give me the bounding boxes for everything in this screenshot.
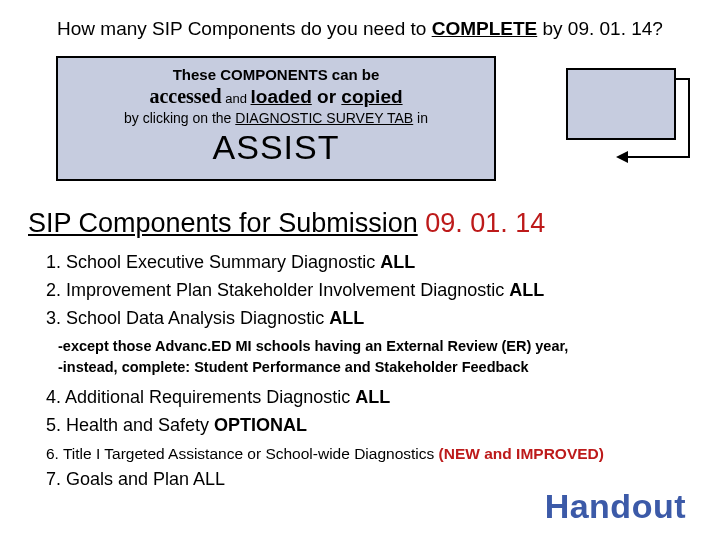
item-text: 6. Title I Targeted Assistance or School… (46, 445, 439, 462)
item-new-tag: (NEW and IMPROVED) (439, 445, 604, 462)
component-list: 4. Additional Requirements Diagnostic AL… (28, 384, 692, 439)
callout-or: or (312, 86, 342, 107)
callout-box: These COMPONENTS can be accessed and loa… (56, 56, 496, 181)
title-suffix: by 09. 01. 14? (537, 18, 663, 39)
item-text: 3. School Data Analysis Diagnostic (46, 308, 329, 328)
component-list: 1. School Executive Summary Diagnostic A… (28, 249, 692, 332)
item-tag: OPTIONAL (214, 415, 307, 435)
note-line: -instead, complete: Student Performance … (58, 357, 692, 378)
slide: How many SIP Components do you need to C… (0, 0, 720, 540)
title-complete: COMPLETE (432, 18, 538, 39)
connector-segment (688, 78, 690, 158)
item-tag: ALL (380, 252, 415, 272)
arrow-icon (616, 151, 628, 163)
item-text: 2. Improvement Plan Stakeholder Involvem… (46, 280, 509, 300)
section-heading-date: 09. 01. 14 (418, 208, 546, 238)
list-item: 6. Title I Targeted Assistance or School… (28, 445, 692, 463)
callout-and: and (222, 91, 251, 106)
list-item: 5. Health and Safety OPTIONAL (46, 412, 692, 439)
callout-line3-tab: DIAGNOSTIC SURVEY TAB (235, 110, 413, 126)
callout-line2: accessed and loaded or copied (68, 85, 484, 108)
item-tag: ALL (355, 387, 390, 407)
callout-accessed: accessed (149, 85, 221, 107)
callout-assist: ASSIST (68, 128, 484, 167)
title: How many SIP Components do you need to C… (44, 18, 676, 40)
item-text: 1. School Executive Summary Diagnostic (46, 252, 380, 272)
list-item: 4. Additional Requirements Diagnostic AL… (46, 384, 692, 411)
note-line: -except those Advanc.ED MI schools havin… (58, 336, 692, 357)
title-prefix: How many SIP Components do you need to (57, 18, 432, 39)
section-heading: SIP Components for Submission 09. 01. 14 (28, 208, 692, 239)
list-item: 3. School Data Analysis Diagnostic ALL (46, 305, 692, 332)
list-item: 2. Improvement Plan Stakeholder Involvem… (46, 277, 692, 304)
item-tag: ALL (329, 308, 364, 328)
callout-line1: These COMPONENTS can be (68, 66, 484, 83)
handout-label: Handout (545, 487, 686, 526)
list-item: 1. School Executive Summary Diagnostic A… (46, 249, 692, 276)
callout-line3-suffix: in (413, 110, 428, 126)
callout-copied: copied (341, 86, 402, 107)
side-box (566, 68, 676, 140)
section-heading-text: SIP Components for Submission (28, 208, 418, 238)
callout-area: These COMPONENTS can be accessed and loa… (28, 56, 692, 186)
exception-notes: -except those Advanc.ED MI schools havin… (28, 336, 692, 378)
callout-loaded: loaded (251, 86, 312, 107)
connector-segment (676, 78, 688, 80)
item-text: 4. Additional Requirements Diagnostic (46, 387, 355, 407)
connector-segment (626, 156, 690, 158)
callout-line3: by clicking on the DIAGNOSTIC SURVEY TAB… (68, 110, 484, 126)
item-text: 5. Health and Safety (46, 415, 214, 435)
callout-line3-prefix: by clicking on the (124, 110, 235, 126)
item-tag: ALL (509, 280, 544, 300)
